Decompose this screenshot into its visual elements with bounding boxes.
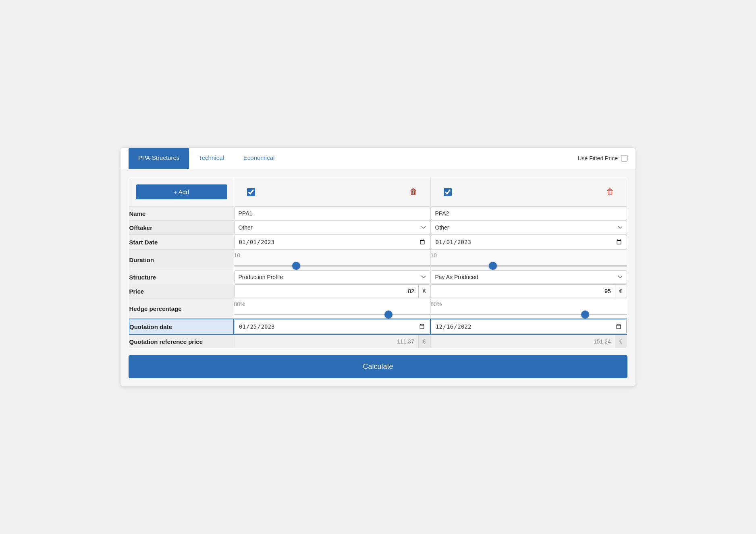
header-row: + Add 🗑 🗑 — [129, 178, 627, 207]
col1-hedge-cell: 80% — [234, 298, 430, 319]
col2-price-wrapper: € — [431, 284, 627, 298]
offtaker-label: Offtaker — [129, 221, 234, 235]
col2-hedge-value: 80% — [431, 301, 627, 307]
col1-duration-slider[interactable] — [234, 265, 430, 267]
start-date-label: Start Date — [129, 235, 234, 250]
top-nav: PPA-Structures Technical Economical Use … — [120, 148, 636, 169]
col2-hedge-slider-container: 80% — [431, 298, 627, 319]
col1-hedge-slider-container: 80% — [234, 298, 430, 319]
tab-technical[interactable]: Technical — [189, 148, 234, 169]
col2-structure-select[interactable]: Production Profile Pay As Produced Fixed — [431, 270, 627, 284]
col2-header: 🗑 — [430, 178, 627, 207]
col1-quotation-date-input[interactable] — [234, 319, 430, 334]
use-fitted-price-container: Use Fitted Price — [577, 155, 627, 161]
col1-structure-select[interactable]: Production Profile Pay As Produced Fixed — [234, 270, 430, 284]
col2-quotation-ref-price-unit: € — [615, 335, 627, 348]
col1-readonly-price-wrapper: € — [234, 335, 430, 348]
col2-offtaker-cell: Other Company A Company B — [430, 221, 627, 235]
table-row-name: Name — [129, 207, 627, 221]
col2-duration-cell: 10 — [430, 250, 627, 270]
col1-price-cell: € — [234, 284, 430, 298]
col1-start-date-cell — [234, 235, 430, 250]
col2-duration-value: 10 — [431, 252, 627, 259]
col1-duration-value: 10 — [234, 252, 430, 259]
col2-quotation-ref-price-input — [431, 335, 615, 348]
col2-price-unit: € — [615, 285, 627, 298]
hedge-label: Hedge percentage — [129, 298, 234, 319]
col2-start-date-cell — [430, 235, 627, 250]
table-row-hedge: Hedge percentage 80% 80% — [129, 298, 627, 319]
col1-checkbox[interactable] — [247, 188, 255, 196]
col1-structure-cell: Production Profile Pay As Produced Fixed — [234, 270, 430, 284]
col2-quotation-date-cell — [430, 319, 627, 334]
use-fitted-price-checkbox[interactable] — [621, 155, 627, 161]
col1-price-unit: € — [418, 285, 430, 298]
price-label: Price — [129, 284, 234, 298]
col2-readonly-price-wrapper: € — [431, 335, 627, 348]
col1-quotation-ref-price-input — [235, 335, 418, 348]
table-row-duration: Duration 10 10 — [129, 250, 627, 270]
col2-checkbox[interactable] — [444, 188, 452, 196]
structure-label: Structure — [129, 270, 234, 284]
col1-price-wrapper: € — [234, 284, 430, 298]
table-row-quotation-date: Quotation date — [129, 319, 627, 334]
tab-economical[interactable]: Economical — [234, 148, 285, 169]
col2-price-cell: € — [430, 284, 627, 298]
table-row-offtaker: Offtaker Other Company A Company B Other… — [129, 221, 627, 235]
col2-hedge-cell: 80% — [430, 298, 627, 319]
col2-structure-cell: Production Profile Pay As Produced Fixed — [430, 270, 627, 284]
col1-header: 🗑 — [234, 178, 430, 207]
quotation-ref-price-label: Quotation reference price — [129, 334, 234, 349]
table-row-price: Price € € — [129, 284, 627, 298]
col2-start-date-input[interactable] — [431, 235, 627, 249]
col2-quotation-ref-price-cell: € — [430, 334, 627, 349]
calculate-button[interactable]: Calculate — [129, 355, 627, 378]
add-button-cell: + Add — [129, 178, 234, 207]
col1-duration-cell: 10 — [234, 250, 430, 270]
col2-quotation-date-input[interactable] — [431, 319, 627, 334]
col2-hedge-slider[interactable] — [431, 314, 627, 315]
col1-duration-slider-container: 10 — [234, 250, 430, 270]
col2-price-input[interactable] — [431, 285, 615, 298]
col1-controls: 🗑 — [241, 182, 424, 201]
main-content: + Add 🗑 🗑 Name — [120, 169, 636, 386]
col2-controls: 🗑 — [437, 182, 621, 201]
add-button[interactable]: + Add — [136, 184, 227, 199]
col1-delete-icon[interactable]: 🗑 — [409, 187, 417, 197]
col2-duration-slider[interactable] — [431, 265, 627, 267]
table-row-start-date: Start Date — [129, 235, 627, 250]
col1-name-cell — [234, 207, 430, 221]
use-fitted-price-label: Use Fitted Price — [577, 155, 618, 161]
col1-start-date-input[interactable] — [234, 235, 430, 249]
col1-quotation-ref-price-unit: € — [418, 335, 430, 348]
table-row-quotation-ref-price: Quotation reference price € € — [129, 334, 627, 349]
col1-hedge-slider[interactable] — [234, 314, 430, 315]
col2-offtaker-select[interactable]: Other Company A Company B — [431, 221, 627, 234]
col2-name-input[interactable] — [431, 207, 627, 220]
app-container: PPA-Structures Technical Economical Use … — [120, 147, 636, 387]
ppa-table: + Add 🗑 🗑 Name — [129, 177, 627, 349]
duration-label: Duration — [129, 250, 234, 270]
col1-quotation-date-cell — [234, 319, 430, 334]
col1-hedge-value: 80% — [234, 301, 430, 307]
col1-name-input[interactable] — [234, 207, 430, 220]
col2-delete-icon[interactable]: 🗑 — [606, 187, 614, 197]
col2-name-cell — [430, 207, 627, 221]
quotation-date-label: Quotation date — [129, 319, 234, 334]
name-label: Name — [129, 207, 234, 221]
col1-price-input[interactable] — [235, 285, 418, 298]
tab-ppa-structures[interactable]: PPA-Structures — [129, 148, 189, 169]
col1-quotation-ref-price-cell: € — [234, 334, 430, 349]
col1-offtaker-select[interactable]: Other Company A Company B — [234, 221, 430, 234]
col1-offtaker-cell: Other Company A Company B — [234, 221, 430, 235]
table-row-structure: Structure Production Profile Pay As Prod… — [129, 270, 627, 284]
col2-duration-slider-container: 10 — [431, 250, 627, 270]
